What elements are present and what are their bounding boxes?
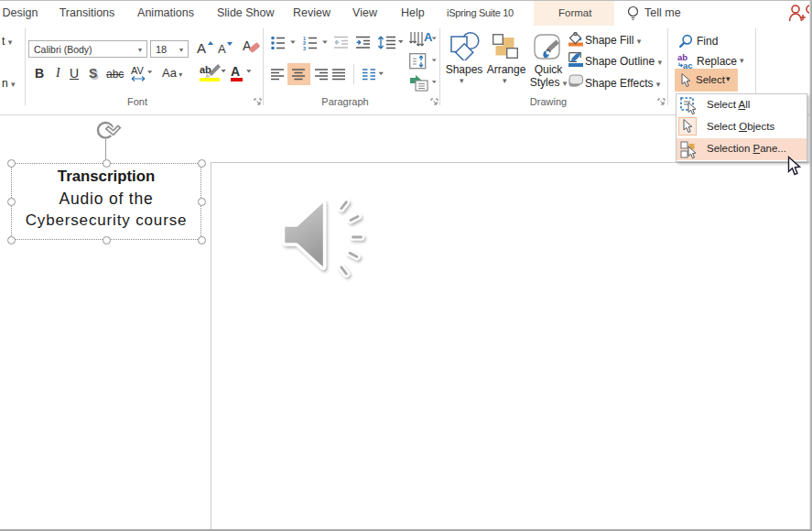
svg-text:3: 3 — [303, 46, 306, 50]
svg-text:A: A — [197, 40, 206, 56]
svg-text:AV: AV — [131, 65, 145, 76]
svg-text:A: A — [218, 42, 226, 56]
svg-text:A: A — [424, 31, 433, 44]
svg-text:A: A — [231, 64, 240, 79]
